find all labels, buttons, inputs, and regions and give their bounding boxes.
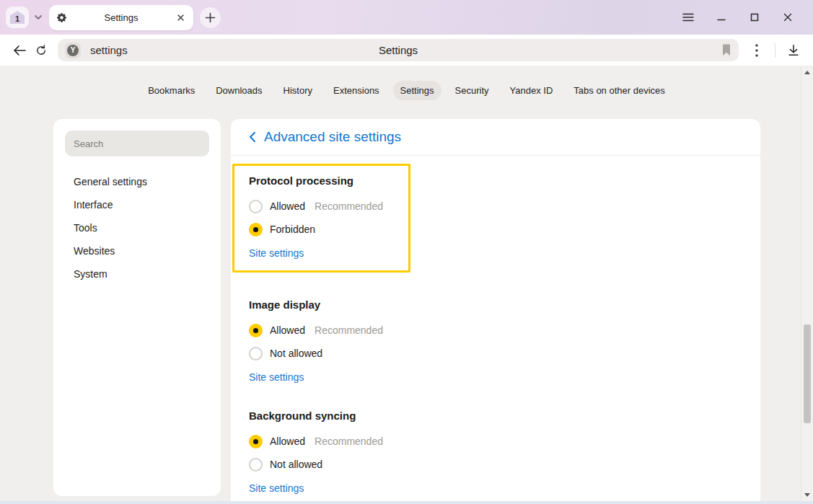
tab-title: Settings [68, 12, 175, 23]
chevron-left-icon [249, 131, 256, 143]
yandex-logo-icon: Y [67, 45, 79, 56]
refresh-button[interactable] [30, 40, 52, 61]
option-note: Recommended [315, 324, 383, 336]
radio-selected-icon[interactable] [249, 223, 263, 236]
address-bar[interactable]: Y settings Settings [58, 39, 739, 61]
radio-option-background-syncing-allowed[interactable]: AllowedRecommended [249, 430, 760, 453]
bookmark-flag-icon [721, 44, 731, 56]
gear-icon [56, 12, 68, 24]
settings-layout: General settingsInterfaceToolsWebsitesSy… [53, 119, 813, 503]
tab-group-shape-icon: 1 [10, 11, 25, 24]
chevron-down-icon [33, 12, 43, 22]
kebab-menu-icon [755, 44, 758, 57]
option-label: Allowed [270, 200, 305, 212]
triangle-up-icon [804, 71, 810, 74]
minimize-icon [716, 12, 726, 22]
search-input[interactable] [65, 131, 209, 156]
refresh-icon [35, 44, 48, 57]
bookmark-button[interactable] [721, 44, 731, 56]
sidebar-menu: General settingsInterfaceToolsWebsitesSy… [65, 170, 209, 286]
tab-group-count: 1 [15, 14, 19, 23]
section-title: Background syncing [249, 410, 760, 422]
browser-toolbar: Y settings Settings [0, 35, 813, 66]
radio-selected-icon[interactable] [249, 435, 263, 448]
site-settings-link-image-display[interactable]: Site settings [249, 371, 304, 383]
option-label: Not allowed [270, 348, 322, 359]
option-label: Forbidden [270, 224, 315, 235]
settings-section-image-display: Image displayAllowedRecommendedNot allow… [249, 299, 760, 384]
maximize-window-button[interactable] [748, 11, 761, 24]
toolbar-divider [775, 43, 775, 58]
nav-tab-extensions[interactable]: Extensions [326, 81, 387, 100]
new-tab-button[interactable] [200, 7, 221, 28]
radio-unselected-icon[interactable] [249, 200, 263, 213]
sidebar-item-websites[interactable]: Websites [65, 239, 209, 262]
back-to-websites-header[interactable]: Advanced site settings [231, 119, 760, 156]
settings-main-panel: Advanced site settings Protocol processi… [231, 119, 760, 503]
nav-tab-tabs-on-other-devices[interactable]: Tabs on other devices [566, 81, 672, 100]
tab-strip: 1 Settings [0, 0, 813, 35]
scroll-down-button[interactable] [801, 490, 813, 500]
option-label: Allowed [270, 436, 305, 447]
option-note: Recommended [315, 436, 383, 447]
close-icon [176, 13, 185, 22]
maximize-icon [750, 12, 760, 22]
nav-tab-settings[interactable]: Settings [393, 81, 441, 100]
section-title: Image display [249, 299, 760, 311]
sidebar-item-interface[interactable]: Interface [65, 193, 209, 216]
nav-tab-yandex-id[interactable]: Yandex ID [503, 81, 561, 100]
scrollbar-thumb[interactable] [804, 324, 811, 423]
browser-window: 1 Settings [0, 0, 813, 504]
arrow-left-icon [13, 45, 27, 56]
sidebar-item-tools[interactable]: Tools [65, 216, 209, 239]
close-window-button[interactable] [781, 11, 794, 24]
settings-section-protocol-processing: Protocol processingAllowedRecommendedFor… [232, 164, 410, 273]
tab-list-chevron-button[interactable] [33, 12, 43, 22]
scroll-up-button[interactable] [801, 67, 813, 77]
browser-menu-button[interactable] [682, 11, 695, 24]
page-title: Settings [58, 44, 739, 56]
radio-selected-icon[interactable] [249, 324, 263, 337]
sidebar-item-general-settings[interactable]: General settings [65, 170, 209, 193]
radio-unselected-icon[interactable] [249, 458, 263, 472]
radio-option-image-display-allowed[interactable]: AllowedRecommended [249, 319, 760, 342]
site-protect-badge[interactable]: Y [65, 43, 81, 58]
tab-settings[interactable]: Settings [49, 5, 193, 30]
option-note: Recommended [315, 200, 383, 212]
option-label: Allowed [270, 324, 305, 336]
radio-option-protocol-processing-forbidden[interactable]: Forbidden [249, 218, 401, 241]
window-bottom-edge [0, 501, 813, 504]
settings-section-background-syncing: Background syncingAllowedRecommendedNot … [249, 410, 760, 495]
radio-option-background-syncing-not-allowed[interactable]: Not allowed [249, 453, 760, 476]
nav-tab-security[interactable]: Security [448, 81, 496, 100]
download-icon [787, 44, 800, 57]
window-controls [682, 11, 803, 24]
toolbar-more-button[interactable] [746, 40, 768, 61]
settings-page: BookmarksDownloadsHistoryExtensionsSetti… [0, 66, 813, 504]
settings-sidebar: General settingsInterfaceToolsWebsitesSy… [53, 119, 221, 496]
sidebar-item-system[interactable]: System [65, 262, 209, 286]
section-title: Protocol processing [249, 174, 401, 187]
radio-unselected-icon[interactable] [249, 347, 263, 361]
tab-group-badge[interactable]: 1 [6, 6, 29, 28]
radio-option-image-display-not-allowed[interactable]: Not allowed [249, 342, 760, 365]
site-settings-link-background-syncing[interactable]: Site settings [249, 482, 304, 494]
nav-tab-history[interactable]: History [276, 81, 320, 100]
nav-tab-downloads[interactable]: Downloads [208, 81, 269, 100]
scrollbar [801, 66, 813, 504]
nav-tab-bookmarks[interactable]: Bookmarks [141, 81, 202, 100]
back-button[interactable] [9, 40, 30, 61]
site-settings-link-protocol-processing[interactable]: Site settings [249, 247, 304, 259]
page-heading: Advanced site settings [264, 129, 401, 145]
triangle-down-icon [804, 493, 810, 497]
downloads-button[interactable] [783, 40, 804, 61]
minimize-window-button[interactable] [715, 11, 728, 24]
option-label: Not allowed [270, 459, 322, 470]
tab-close-button[interactable] [175, 12, 187, 24]
url-text: settings [90, 44, 128, 56]
close-icon [783, 12, 793, 22]
settings-nav: BookmarksDownloadsHistoryExtensionsSetti… [0, 66, 813, 100]
radio-option-protocol-processing-allowed[interactable]: AllowedRecommended [249, 195, 401, 218]
settings-sections: Protocol processingAllowedRecommendedFor… [231, 164, 760, 495]
plus-icon [205, 12, 216, 23]
